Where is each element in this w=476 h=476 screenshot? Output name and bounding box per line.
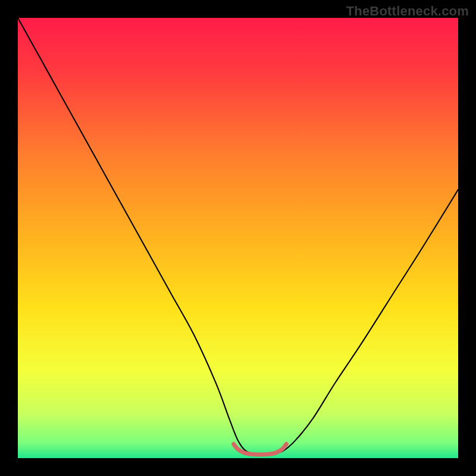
- curve-layer: [18, 18, 458, 458]
- bottleneck-curve: [18, 18, 458, 454]
- watermark-text: TheBottleneck.com: [346, 4, 469, 19]
- plot-area: [18, 18, 458, 458]
- chart-frame: TheBottleneck.com: [0, 0, 476, 476]
